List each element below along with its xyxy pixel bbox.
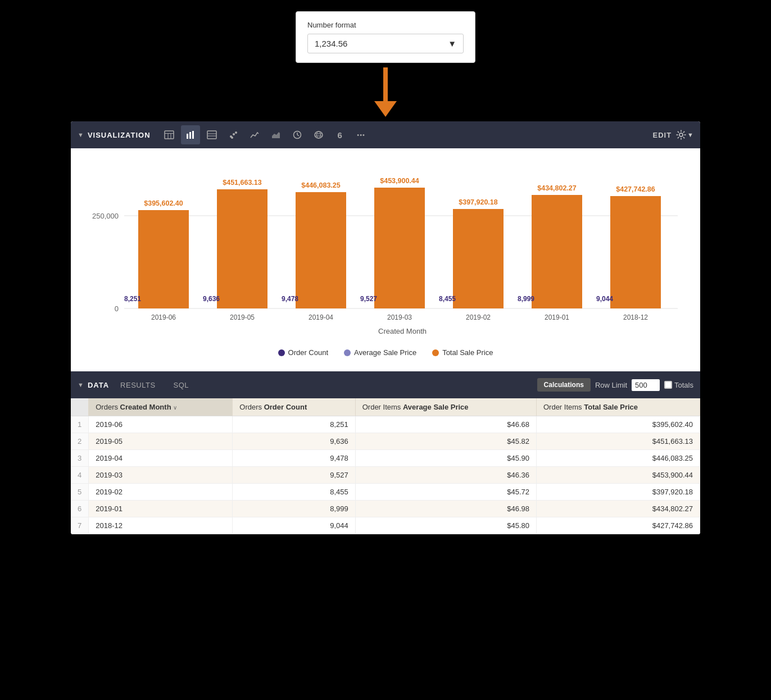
bar-2019-02[interactable] <box>453 209 504 308</box>
svg-point-19 <box>316 131 320 138</box>
totals-label: Totals <box>664 381 693 389</box>
cell-total-price: $446,083.25 <box>536 450 700 467</box>
svg-text:8,455: 8,455 <box>439 295 456 303</box>
svg-point-12 <box>235 131 237 134</box>
col-header-total-price[interactable]: Order Items Total Sale Price <box>536 398 700 416</box>
svg-text:8,999: 8,999 <box>518 295 534 303</box>
table-icon-btn[interactable] <box>160 125 179 144</box>
row-number: 3 <box>71 450 89 467</box>
legend-total-price: Total Sale Price <box>432 348 493 357</box>
chart-area: 250,000 0 $395,602.40 8,251 2019-06 $451… <box>71 148 700 371</box>
svg-marker-14 <box>272 132 280 138</box>
cell-order-count: 8,251 <box>233 416 355 433</box>
row-number: 5 <box>71 484 89 501</box>
number-format-label: Number format <box>307 21 464 29</box>
col-header-order-count[interactable]: Orders Order Count <box>233 398 355 416</box>
svg-text:Created Month: Created Month <box>378 327 427 335</box>
legend-dot-order-count <box>278 349 285 356</box>
cell-order-count: 9,044 <box>233 517 355 534</box>
scatter-icon-btn[interactable] <box>224 125 243 144</box>
svg-rect-5 <box>189 132 191 139</box>
col-header-created-month[interactable]: Orders Created Month ∨ <box>89 398 233 416</box>
svg-text:$446,083.25: $446,083.25 <box>301 181 341 189</box>
row-limit-input[interactable] <box>632 379 660 391</box>
cell-order-count: 8,455 <box>233 484 355 501</box>
svg-point-18 <box>315 131 323 138</box>
cell-total-price: $451,663.13 <box>536 433 700 450</box>
cell-total-price: $397,920.18 <box>536 484 700 501</box>
svg-text:2019-03: 2019-03 <box>387 313 412 321</box>
bar-chart-icon-btn[interactable] <box>181 125 200 144</box>
svg-point-13 <box>231 137 233 139</box>
cell-avg-price: $45.82 <box>355 433 536 450</box>
svg-text:2019-02: 2019-02 <box>466 313 491 321</box>
cell-month: 2019-03 <box>89 467 233 484</box>
cell-total-price: $453,900.44 <box>536 467 700 484</box>
svg-text:9,527: 9,527 <box>360 295 377 303</box>
svg-text:9,044: 9,044 <box>596 295 613 303</box>
svg-text:0: 0 <box>115 304 119 313</box>
line-chart-icon-btn[interactable] <box>245 125 264 144</box>
svg-text:9,636: 9,636 <box>203 295 220 303</box>
table-row: 2 2019-05 9,636 $45.82 $451,663.13 <box>71 433 700 450</box>
cell-avg-price: $45.80 <box>355 517 536 534</box>
col-header-avg-price[interactable]: Order Items Average Sale Price <box>355 398 536 416</box>
viz-header: ▼ VISUALIZATION <box>71 121 700 148</box>
svg-rect-4 <box>187 134 188 139</box>
number-icon-btn[interactable]: 6 <box>330 125 350 144</box>
dropdown-chevron-icon: ▼ <box>448 39 456 48</box>
number-format-select[interactable]: 1,234.56 ▼ <box>307 34 464 53</box>
bar-2019-06[interactable] <box>138 210 189 308</box>
edit-button[interactable]: EDIT <box>652 131 672 139</box>
svg-text:$453,900.44: $453,900.44 <box>380 177 419 185</box>
row-number: 2 <box>71 433 89 450</box>
viz-title-text: VISUALIZATION <box>88 131 151 139</box>
viz-chevron-icon: ▼ <box>78 131 84 138</box>
clock-icon-btn[interactable] <box>288 125 307 144</box>
data-table: Orders Created Month ∨ Orders Order Coun… <box>71 398 700 534</box>
tab-sql[interactable]: SQL <box>165 376 198 394</box>
svg-rect-0 <box>165 131 174 139</box>
svg-text:8,251: 8,251 <box>124 295 141 303</box>
bar-2019-03[interactable] <box>374 188 425 308</box>
cell-month: 2019-02 <box>89 484 233 501</box>
svg-text:$397,920.18: $397,920.18 <box>459 198 498 206</box>
row-number: 1 <box>71 416 89 433</box>
legend-dot-avg-price <box>344 349 351 356</box>
area-chart-icon-btn[interactable] <box>266 125 285 144</box>
bar-2019-04[interactable] <box>296 192 346 308</box>
cell-month: 2019-06 <box>89 416 233 433</box>
viz-header-right: EDIT ▼ <box>652 130 693 140</box>
bar-2018-12[interactable] <box>610 196 661 308</box>
cell-month: 2019-01 <box>89 501 233 517</box>
svg-text:250,000: 250,000 <box>92 212 119 220</box>
svg-text:$451,663.13: $451,663.13 <box>223 179 262 187</box>
cell-total-price: $434,802.27 <box>536 501 700 517</box>
map-icon-btn[interactable] <box>309 125 328 144</box>
main-panel: ▼ VISUALIZATION <box>71 121 700 534</box>
more-icon-btn[interactable]: ••• <box>352 125 371 144</box>
svg-text:2019-06: 2019-06 <box>151 313 176 321</box>
svg-point-22 <box>679 133 683 137</box>
table-row: 4 2019-03 9,527 $46.36 $453,900.44 <box>71 467 700 484</box>
table-row: 1 2019-06 8,251 $46.68 $395,602.40 <box>71 416 700 433</box>
arrow-head <box>374 101 397 117</box>
bar-2019-01[interactable] <box>532 195 582 308</box>
bar-2019-05[interactable] <box>217 189 267 308</box>
legend-avg-price: Average Sale Price <box>344 348 416 357</box>
list-icon-btn[interactable] <box>202 125 221 144</box>
number-format-popup: Number format 1,234.56 ▼ <box>296 11 475 63</box>
table-row: 5 2019-02 8,455 $45.72 $397,920.18 <box>71 484 700 501</box>
svg-text:2019-05: 2019-05 <box>230 313 255 321</box>
calculations-button[interactable]: Calculations <box>537 378 591 392</box>
table-row: 7 2018-12 9,044 $45.80 $427,742.86 <box>71 517 700 534</box>
totals-checkbox[interactable] <box>664 381 672 389</box>
arrow-indicator <box>374 67 397 117</box>
cell-order-count: 8,999 <box>233 501 355 517</box>
legend-order-count: Order Count <box>278 348 329 357</box>
tab-results[interactable]: RESULTS <box>111 376 165 394</box>
settings-button[interactable]: ▼ <box>676 130 693 140</box>
legend-label-order-count: Order Count <box>288 348 329 357</box>
cell-month: 2019-04 <box>89 450 233 467</box>
svg-rect-6 <box>192 131 194 139</box>
